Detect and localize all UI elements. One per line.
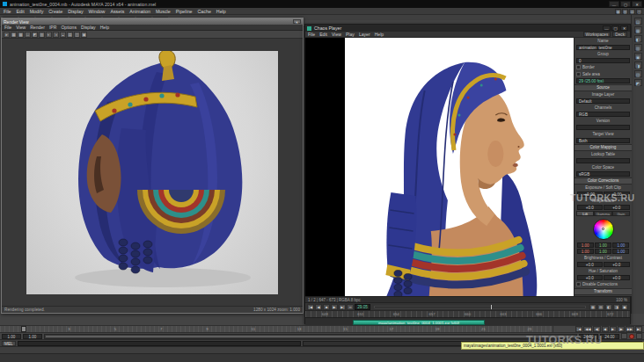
maya-menu-item[interactable]: Cache xyxy=(198,9,211,14)
panel-row-field[interactable] xyxy=(574,157,632,164)
playback-button[interactable]: |▶ xyxy=(618,326,625,332)
maya-menu-item[interactable]: Help xyxy=(216,9,226,14)
sidebar-toggle-icon[interactable]: ▧ xyxy=(634,70,642,77)
panel-row-both[interactable]: Both xyxy=(574,137,632,144)
render-view-close-button[interactable]: ✕ xyxy=(293,19,301,25)
panel-field[interactable]: 29 (25.00 fps) xyxy=(576,78,630,83)
range-slider[interactable] xyxy=(44,334,577,339)
maya-menu-item[interactable]: Animation xyxy=(129,9,150,14)
maya-menu-item[interactable]: Assets xyxy=(110,9,124,14)
chaos-close-button[interactable]: ✕ xyxy=(620,25,628,31)
checkbox[interactable] xyxy=(576,282,581,286)
auto-keyframe-button[interactable] xyxy=(629,334,634,339)
chaos-menu-item[interactable]: Layer xyxy=(359,32,370,37)
display-option-icon[interactable]: ▤ xyxy=(597,304,604,310)
panel-row-pair[interactable]: +0.0+0.0 xyxy=(574,275,632,282)
panel-row-0[interactable]: 0 xyxy=(574,58,632,65)
display-option-icon[interactable]: ▣ xyxy=(621,304,628,310)
render-view-menu-item[interactable]: IPR xyxy=(49,25,57,30)
panel-field[interactable] xyxy=(576,125,630,130)
playback-start-field[interactable]: 1.00 xyxy=(23,334,42,339)
sidebar-toggle-icon[interactable]: ◧ xyxy=(634,35,642,42)
tab-workspaces[interactable]: Workspaces xyxy=(583,32,611,37)
render-view-toolbar-icon[interactable]: ▸ xyxy=(4,32,10,38)
render-view-toolbar-icon[interactable]: ◐ xyxy=(46,32,52,38)
render-view-toolbar-icon[interactable]: ▥ xyxy=(39,32,45,38)
sidebar-toggle-icon[interactable]: ◨ xyxy=(634,62,642,69)
maya-menu-item[interactable]: Edit xyxy=(17,9,25,14)
maya-menu-item[interactable]: Modify xyxy=(30,9,44,14)
maya-time-slider[interactable]: 1357911131517192123 xyxy=(0,326,553,332)
panel-field[interactable]: +0.0 xyxy=(604,205,630,210)
sidebar-toggle-icon[interactable]: ▤ xyxy=(634,18,642,25)
render-view-toolbar-icon[interactable]: ◑ xyxy=(53,32,59,38)
transport-button[interactable]: ■ xyxy=(323,304,330,310)
panel-field[interactable]: +0.0 xyxy=(577,205,604,210)
panel-row-animation-test0ne[interactable]: animation_test0ne xyxy=(574,45,632,52)
render-view-toolbar-icon[interactable]: ◒ xyxy=(60,32,66,38)
animation-preferences-button[interactable] xyxy=(636,333,642,339)
render-view-menu-item[interactable]: Help xyxy=(100,25,109,30)
render-view-toolbar-icon[interactable]: □ xyxy=(25,32,31,38)
render-view-menu-item[interactable]: View xyxy=(16,25,26,30)
panel-tab-gamma[interactable]: Gamma xyxy=(594,211,611,216)
sidebar-toggle-icon[interactable]: ▦ xyxy=(634,26,642,33)
panel-row-rgb[interactable]: RGB xyxy=(574,111,632,118)
window-titlebar[interactable]: animation_test0ne_0004.mb - Autodesk MAY… xyxy=(0,0,644,8)
range-end-field[interactable]: 24.00 xyxy=(600,334,619,339)
maya-menu-item[interactable]: Muscle xyxy=(156,9,171,14)
render-view-menu-item[interactable]: Options xyxy=(61,25,77,30)
render-view-toolbar-icon[interactable]: ▤ xyxy=(67,32,73,38)
chaos-timeline[interactable]: 648651654657660663666669672 xyxy=(305,310,630,317)
render-view-menu-item[interactable]: Render xyxy=(30,25,45,30)
panel-row-pair[interactable]: +0.0+0.0 xyxy=(574,204,632,211)
sidebar-toggle-icon[interactable]: ◩ xyxy=(634,79,642,86)
panel-field[interactable]: +0.0 xyxy=(577,262,604,267)
panel-tab-gain[interactable]: Gain xyxy=(612,211,630,216)
panel-row-wheel[interactable] xyxy=(574,217,632,242)
panel-row-safe-area[interactable]: Safe area xyxy=(574,71,632,78)
maya-menu-item[interactable]: Window xyxy=(89,9,106,14)
panel-field[interactable]: 0 xyxy=(576,58,630,63)
panel-field[interactable]: +0.0 xyxy=(577,275,604,280)
panel-field[interactable]: Both xyxy=(576,138,630,143)
rgb-value[interactable]: 1.00 xyxy=(577,249,594,254)
playback-slider-thumb[interactable] xyxy=(490,304,493,310)
chaos-display-area[interactable] xyxy=(305,38,574,296)
maya-menu-item[interactable]: File xyxy=(4,9,11,14)
panel-row-disable-corrections[interactable]: Disable Corrections xyxy=(574,281,632,288)
maximize-button[interactable]: ▢ xyxy=(620,1,631,7)
panel-row-rgb[interactable]: 1.001.001.00 xyxy=(574,242,632,249)
chaos-menu-item[interactable]: Edit xyxy=(319,32,327,37)
panel-row-29-25-00-fps[interactable]: 29 (25.00 fps) xyxy=(574,77,632,84)
character-set-button[interactable] xyxy=(621,333,627,339)
panel-row-rgb[interactable]: 1.001.001.00 xyxy=(574,249,632,256)
command-language-label[interactable]: MEL xyxy=(2,341,16,346)
chaos-menu-item[interactable]: Help xyxy=(375,32,384,37)
panel-field[interactable]: RGB xyxy=(576,112,630,117)
rgb-value[interactable]: 1.00 xyxy=(595,243,611,248)
chaos-minimize-button[interactable]: — xyxy=(603,25,611,31)
playback-button[interactable]: ▶| xyxy=(635,326,642,332)
layout-toggle-icon[interactable]: ▦ xyxy=(615,9,621,14)
playback-button[interactable]: ▶▶ xyxy=(626,326,634,332)
transport-button[interactable]: ▶| xyxy=(339,304,346,310)
playback-button[interactable]: ◀ xyxy=(602,326,609,332)
range-slider-bar[interactable] xyxy=(46,336,575,337)
panel-field[interactable]: animation_test0ne xyxy=(576,45,630,50)
render-view-toolbar-icon[interactable]: ▣ xyxy=(81,32,87,38)
panel-row-tabs3[interactable]: LiftGammaGain xyxy=(574,211,632,218)
display-option-icon[interactable]: ◧ xyxy=(605,304,612,310)
rgb-value[interactable]: 1.00 xyxy=(612,243,629,248)
render-view-toolbar-icon[interactable]: ▦ xyxy=(11,32,17,38)
panel-field[interactable]: Default xyxy=(576,98,630,104)
chaos-player-titlebar[interactable]: Chaos Player — ▢ ✕ xyxy=(305,25,630,32)
render-view-toolbar-icon[interactable]: ▩ xyxy=(18,32,24,38)
transport-button[interactable]: ∞ xyxy=(347,304,354,310)
panel-row-pair[interactable]: +0.0+0.0 xyxy=(574,262,632,269)
render-view-viewport[interactable] xyxy=(2,39,303,306)
playback-slider[interactable] xyxy=(374,306,586,308)
panel-row-border[interactable]: Border xyxy=(574,64,632,71)
maya-menu-item[interactable]: Display xyxy=(68,9,83,14)
render-view-toolbar-icon[interactable]: ◩ xyxy=(32,32,38,38)
